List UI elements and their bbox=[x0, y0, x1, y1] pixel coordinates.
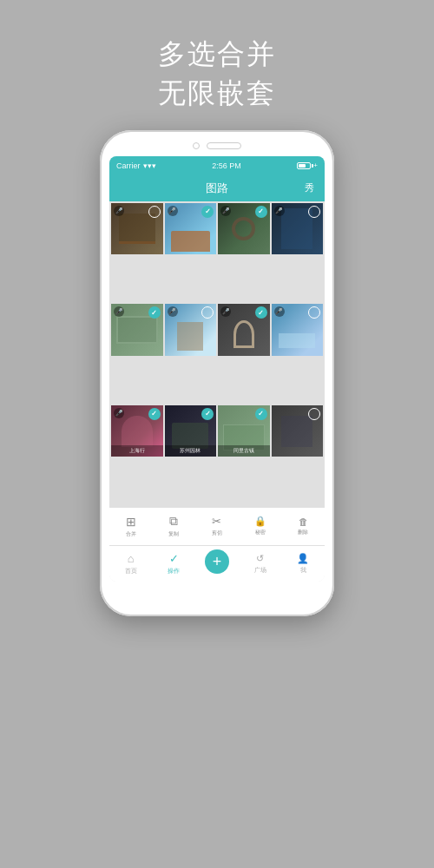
battery-icon bbox=[297, 162, 311, 169]
check-3: ✓ bbox=[255, 206, 267, 218]
copy-label: 复制 bbox=[168, 530, 179, 538]
circle-window bbox=[232, 217, 255, 240]
delete-icon: 🗑 bbox=[299, 516, 308, 527]
photo-cell-11[interactable]: ✓ 同里古镇 bbox=[218, 405, 270, 457]
status-right: + bbox=[297, 161, 318, 169]
check-empty-1 bbox=[148, 206, 161, 218]
tab-plaza[interactable]: ↺ 广场 bbox=[239, 553, 282, 575]
check-5: ✓ bbox=[148, 306, 161, 319]
check-9: ✓ bbox=[148, 408, 161, 420]
headline-line1: 多选合并 bbox=[158, 35, 276, 74]
photo-cell-2[interactable]: 🎤 ✓ bbox=[165, 203, 217, 255]
home-icon: ⌂ bbox=[128, 552, 135, 565]
mic-icon-3: 🎤 bbox=[220, 206, 231, 216]
wifi-icon: ▾▾▾ bbox=[143, 161, 156, 170]
photo-grid: 🎤 🎤 ✓ 🎤 ✓ bbox=[109, 201, 325, 507]
photo-cell-8[interactable]: 🎤 bbox=[272, 304, 324, 356]
cell-label-9: 上海行 bbox=[111, 445, 163, 457]
carrier-label: Carrier bbox=[116, 161, 141, 170]
nav-bar: 图路 秀 bbox=[109, 175, 325, 201]
nav-title: 图路 bbox=[141, 181, 293, 196]
check-7: ✓ bbox=[255, 306, 267, 319]
cut-label: 剪切 bbox=[212, 529, 222, 537]
tab-home[interactable]: ⌂ 首页 bbox=[109, 552, 153, 575]
photo-cell-6[interactable]: 🎤 bbox=[165, 304, 217, 356]
battery-fill bbox=[299, 164, 306, 168]
phone-screen: Carrier ▾▾▾ 2:56 PM + 图路 秀 bbox=[109, 156, 325, 582]
nav-right-button[interactable]: 秀 bbox=[293, 181, 314, 194]
cell-label-11: 同里古镇 bbox=[218, 445, 270, 457]
tab-operate[interactable]: ✓ 操作 bbox=[153, 552, 196, 575]
me-label: 我 bbox=[300, 566, 306, 575]
me-icon: 👤 bbox=[297, 553, 309, 564]
mic-icon-9: 🎤 bbox=[114, 408, 124, 418]
secret-label: 秘密 bbox=[255, 529, 266, 536]
photo-cell-10[interactable]: ✓ 苏州园林 bbox=[165, 405, 217, 457]
plaza-label: 广场 bbox=[254, 566, 266, 575]
mic-icon-2: 🎤 bbox=[168, 206, 178, 216]
mic-icon-8: 🎤 bbox=[274, 306, 285, 317]
plaza-icon: ↺ bbox=[256, 553, 264, 564]
battery-lightning: + bbox=[313, 161, 318, 169]
headline: 多选合并 无限嵌套 bbox=[158, 35, 276, 113]
tab-bar: ⌂ 首页 ✓ 操作 + ↺ 广场 👤 我 bbox=[109, 545, 325, 582]
tab-plus[interactable]: + bbox=[195, 549, 239, 577]
merge-icon: ⊞ bbox=[126, 515, 136, 529]
check-empty-12 bbox=[308, 408, 320, 420]
mic-icon-4: 🎤 bbox=[274, 206, 285, 216]
arch-shape bbox=[233, 320, 254, 349]
tab-me[interactable]: 👤 我 bbox=[281, 553, 325, 575]
photo-cell-7[interactable]: 🎤 ✓ bbox=[218, 304, 270, 356]
phone-top-bar bbox=[105, 142, 329, 149]
mic-icon-1: 🎤 bbox=[114, 206, 124, 216]
toolbar-copy[interactable]: ⧉ 复制 bbox=[153, 514, 196, 538]
check-11: ✓ bbox=[255, 408, 267, 420]
operate-label: 操作 bbox=[168, 567, 180, 575]
headline-line2: 无限嵌套 bbox=[158, 74, 276, 113]
phone-mockup: Carrier ▾▾▾ 2:56 PM + 图路 秀 bbox=[100, 130, 334, 616]
toolbar: ⊞ 合并 ⧉ 复制 ✂ 剪切 🔒 秘密 🗑 删除 bbox=[109, 507, 325, 545]
home-label: 首页 bbox=[125, 567, 137, 575]
check-10: ✓ bbox=[201, 408, 214, 420]
phone-camera bbox=[193, 142, 200, 149]
status-left: Carrier ▾▾▾ bbox=[116, 161, 156, 170]
check-empty-4 bbox=[308, 206, 320, 218]
merge-label: 合并 bbox=[126, 530, 136, 538]
photo-cell-12[interactable] bbox=[272, 405, 324, 457]
cell-label-10: 苏州园林 bbox=[165, 445, 217, 457]
cut-icon: ✂ bbox=[212, 515, 221, 528]
plus-button[interactable]: + bbox=[205, 549, 229, 574]
check-2: ✓ bbox=[201, 206, 214, 218]
secret-icon: 🔒 bbox=[254, 516, 266, 527]
photo-cell-5[interactable]: 🎤 ✓ bbox=[111, 304, 163, 356]
operate-icon: ✓ bbox=[169, 552, 179, 565]
photo-cell-9[interactable]: 🎤 ✓ 上海行 bbox=[111, 405, 163, 457]
toolbar-cut[interactable]: ✂ 剪切 bbox=[195, 515, 239, 537]
delete-label: 删除 bbox=[298, 529, 308, 536]
toolbar-delete[interactable]: 🗑 删除 bbox=[281, 516, 325, 536]
photo-cell-1[interactable]: 🎤 bbox=[111, 203, 163, 255]
toolbar-secret[interactable]: 🔒 秘密 bbox=[239, 516, 282, 536]
toolbar-merge[interactable]: ⊞ 合并 bbox=[109, 515, 153, 538]
copy-icon: ⧉ bbox=[169, 514, 178, 529]
photo-cell-3[interactable]: 🎤 ✓ bbox=[218, 203, 270, 255]
photo-cell-4[interactable]: 🎤 bbox=[272, 203, 324, 255]
status-bar: Carrier ▾▾▾ 2:56 PM + bbox=[109, 156, 325, 175]
mic-icon-6: 🎤 bbox=[168, 306, 178, 317]
page-wrapper: 多选合并 无限嵌套 Carrier ▾▾▾ 2:56 PM + bbox=[0, 0, 434, 868]
status-time: 2:56 PM bbox=[212, 161, 241, 170]
phone-speaker bbox=[207, 142, 241, 149]
